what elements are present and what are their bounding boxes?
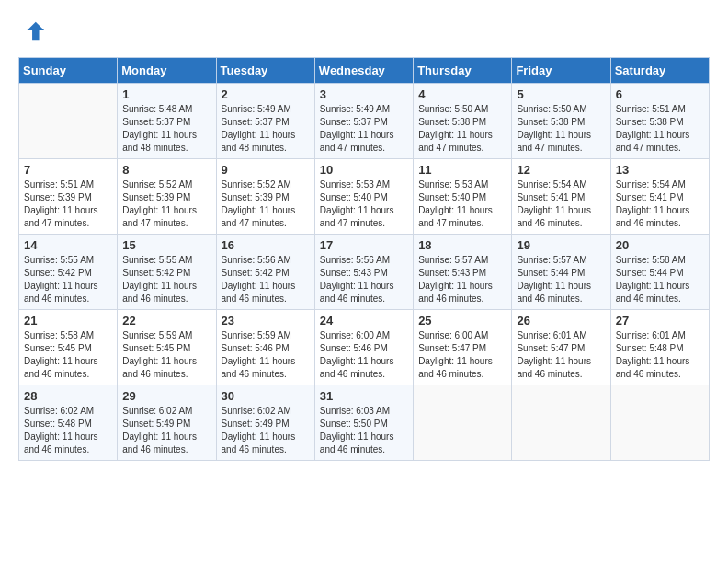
day-number: 17: [320, 238, 408, 252]
day-content: Sunrise: 5:55 AM Sunset: 5:42 PM Dayligh…: [24, 254, 112, 305]
day-number: 27: [616, 314, 704, 327]
day-content: Sunrise: 6:02 AM Sunset: 5:49 PM Dayligh…: [222, 405, 310, 456]
calendar-cell: 1Sunrise: 5:48 AM Sunset: 5:37 PM Daylig…: [118, 84, 216, 159]
calendar-cell: 3Sunrise: 5:49 AM Sunset: 5:37 PM Daylig…: [314, 84, 413, 159]
calendar-cell: [610, 385, 709, 461]
day-number: 23: [222, 314, 310, 327]
day-content: Sunrise: 6:00 AM Sunset: 5:47 PM Dayligh…: [418, 329, 506, 381]
calendar-cell: 2Sunrise: 5:49 AM Sunset: 5:37 PM Daylig…: [216, 84, 314, 159]
day-content: Sunrise: 6:01 AM Sunset: 5:47 PM Dayligh…: [517, 329, 605, 381]
calendar-cell: 28Sunrise: 6:02 AM Sunset: 5:48 PM Dayli…: [19, 385, 118, 461]
calendar-cell: 26Sunrise: 6:01 AM Sunset: 5:47 PM Dayli…: [512, 310, 610, 385]
calendar-cell: 20Sunrise: 5:58 AM Sunset: 5:44 PM Dayli…: [610, 235, 709, 310]
day-number: 14: [24, 238, 112, 252]
calendar-cell: 18Sunrise: 5:57 AM Sunset: 5:43 PM Dayli…: [414, 235, 512, 310]
day-number: 20: [616, 238, 704, 252]
day-number: 3: [320, 87, 408, 101]
day-content: Sunrise: 5:51 AM Sunset: 5:39 PM Dayligh…: [24, 178, 112, 230]
logo-icon: [20, 18, 46, 44]
day-number: 7: [24, 163, 112, 177]
calendar-cell: 31Sunrise: 6:03 AM Sunset: 5:50 PM Dayli…: [314, 385, 413, 461]
day-content: Sunrise: 5:56 AM Sunset: 5:42 PM Dayligh…: [222, 254, 310, 305]
day-number: 18: [418, 238, 506, 252]
calendar-cell: 24Sunrise: 6:00 AM Sunset: 5:46 PM Dayli…: [314, 310, 413, 385]
weekday-header-friday: Friday: [512, 58, 610, 84]
calendar-cell: 30Sunrise: 6:02 AM Sunset: 5:49 PM Dayli…: [216, 385, 314, 461]
day-number: 6: [616, 87, 704, 101]
calendar-cell: 12Sunrise: 5:54 AM Sunset: 5:41 PM Dayli…: [512, 159, 610, 235]
day-content: Sunrise: 5:54 AM Sunset: 5:41 PM Dayligh…: [616, 178, 704, 230]
logo: [18, 18, 46, 48]
calendar-cell: 4Sunrise: 5:50 AM Sunset: 5:38 PM Daylig…: [414, 84, 512, 159]
weekday-header-monday: Monday: [118, 58, 216, 84]
day-content: Sunrise: 6:01 AM Sunset: 5:48 PM Dayligh…: [616, 329, 704, 381]
week-row-2: 7Sunrise: 5:51 AM Sunset: 5:39 PM Daylig…: [19, 159, 710, 235]
calendar-cell: 16Sunrise: 5:56 AM Sunset: 5:42 PM Dayli…: [216, 235, 314, 310]
day-number: 13: [616, 163, 704, 177]
day-content: Sunrise: 6:00 AM Sunset: 5:46 PM Dayligh…: [320, 329, 408, 381]
day-number: 15: [122, 238, 210, 252]
calendar-cell: 14Sunrise: 5:55 AM Sunset: 5:42 PM Dayli…: [19, 235, 118, 310]
day-number: 24: [320, 314, 408, 327]
week-row-1: 1Sunrise: 5:48 AM Sunset: 5:37 PM Daylig…: [19, 84, 710, 159]
calendar-cell: 25Sunrise: 6:00 AM Sunset: 5:47 PM Dayli…: [414, 310, 512, 385]
calendar-cell: 8Sunrise: 5:52 AM Sunset: 5:39 PM Daylig…: [118, 159, 216, 235]
day-content: Sunrise: 5:59 AM Sunset: 5:46 PM Dayligh…: [222, 329, 310, 381]
day-number: 25: [418, 314, 506, 327]
day-content: Sunrise: 5:52 AM Sunset: 5:39 PM Dayligh…: [222, 178, 310, 230]
day-number: 22: [122, 314, 210, 327]
day-content: Sunrise: 5:57 AM Sunset: 5:43 PM Dayligh…: [418, 254, 506, 305]
day-content: Sunrise: 5:54 AM Sunset: 5:41 PM Dayligh…: [517, 178, 605, 230]
svg-marker-0: [27, 22, 44, 41]
weekday-header-thursday: Thursday: [414, 58, 512, 84]
day-content: Sunrise: 6:03 AM Sunset: 5:50 PM Dayligh…: [320, 405, 408, 456]
calendar-cell: [414, 385, 512, 461]
day-content: Sunrise: 5:57 AM Sunset: 5:44 PM Dayligh…: [517, 254, 605, 305]
week-row-5: 28Sunrise: 6:02 AM Sunset: 5:48 PM Dayli…: [19, 385, 710, 461]
day-content: Sunrise: 6:02 AM Sunset: 5:48 PM Dayligh…: [24, 405, 112, 456]
weekday-header-wednesday: Wednesday: [314, 58, 413, 84]
day-content: Sunrise: 5:55 AM Sunset: 5:42 PM Dayligh…: [122, 254, 210, 305]
day-content: Sunrise: 5:50 AM Sunset: 5:38 PM Dayligh…: [418, 103, 506, 155]
week-row-3: 14Sunrise: 5:55 AM Sunset: 5:42 PM Dayli…: [19, 235, 710, 310]
calendar-cell: 29Sunrise: 6:02 AM Sunset: 5:49 PM Dayli…: [118, 385, 216, 461]
calendar-cell: 7Sunrise: 5:51 AM Sunset: 5:39 PM Daylig…: [19, 159, 118, 235]
calendar-cell: [512, 385, 610, 461]
calendar-cell: 5Sunrise: 5:50 AM Sunset: 5:38 PM Daylig…: [512, 84, 610, 159]
day-content: Sunrise: 5:53 AM Sunset: 5:40 PM Dayligh…: [418, 178, 506, 230]
day-content: Sunrise: 5:51 AM Sunset: 5:38 PM Dayligh…: [616, 103, 704, 155]
day-content: Sunrise: 6:02 AM Sunset: 5:49 PM Dayligh…: [122, 405, 210, 456]
day-number: 29: [122, 389, 210, 403]
day-number: 31: [320, 389, 408, 403]
day-content: Sunrise: 5:58 AM Sunset: 5:45 PM Dayligh…: [24, 329, 112, 381]
day-number: 26: [517, 314, 605, 327]
calendar-cell: 27Sunrise: 6:01 AM Sunset: 5:48 PM Dayli…: [610, 310, 709, 385]
day-number: 28: [24, 389, 112, 403]
calendar-cell: 19Sunrise: 5:57 AM Sunset: 5:44 PM Dayli…: [512, 235, 610, 310]
day-content: Sunrise: 5:53 AM Sunset: 5:40 PM Dayligh…: [320, 178, 408, 230]
day-content: Sunrise: 5:52 AM Sunset: 5:39 PM Dayligh…: [122, 178, 210, 230]
day-number: 1: [122, 87, 210, 101]
day-number: 16: [222, 238, 310, 252]
calendar-cell: [19, 84, 118, 159]
day-number: 4: [418, 87, 506, 101]
day-content: Sunrise: 5:56 AM Sunset: 5:43 PM Dayligh…: [320, 254, 408, 305]
calendar-cell: 11Sunrise: 5:53 AM Sunset: 5:40 PM Dayli…: [414, 159, 512, 235]
calendar-table: SundayMondayTuesdayWednesdayThursdayFrid…: [18, 57, 710, 461]
day-number: 5: [517, 87, 605, 101]
weekday-row: SundayMondayTuesdayWednesdayThursdayFrid…: [19, 58, 710, 84]
calendar-cell: 15Sunrise: 5:55 AM Sunset: 5:42 PM Dayli…: [118, 235, 216, 310]
day-number: 19: [517, 238, 605, 252]
day-content: Sunrise: 5:50 AM Sunset: 5:38 PM Dayligh…: [517, 103, 605, 155]
calendar-cell: 21Sunrise: 5:58 AM Sunset: 5:45 PM Dayli…: [19, 310, 118, 385]
day-number: 30: [222, 389, 310, 403]
week-row-4: 21Sunrise: 5:58 AM Sunset: 5:45 PM Dayli…: [19, 310, 710, 385]
page-header: [18, 18, 710, 48]
calendar-cell: 23Sunrise: 5:59 AM Sunset: 5:46 PM Dayli…: [216, 310, 314, 385]
day-number: 12: [517, 163, 605, 177]
weekday-header-sunday: Sunday: [19, 58, 118, 84]
day-content: Sunrise: 5:48 AM Sunset: 5:37 PM Dayligh…: [122, 103, 210, 155]
weekday-header-tuesday: Tuesday: [216, 58, 314, 84]
day-number: 11: [418, 163, 506, 177]
day-number: 21: [24, 314, 112, 327]
